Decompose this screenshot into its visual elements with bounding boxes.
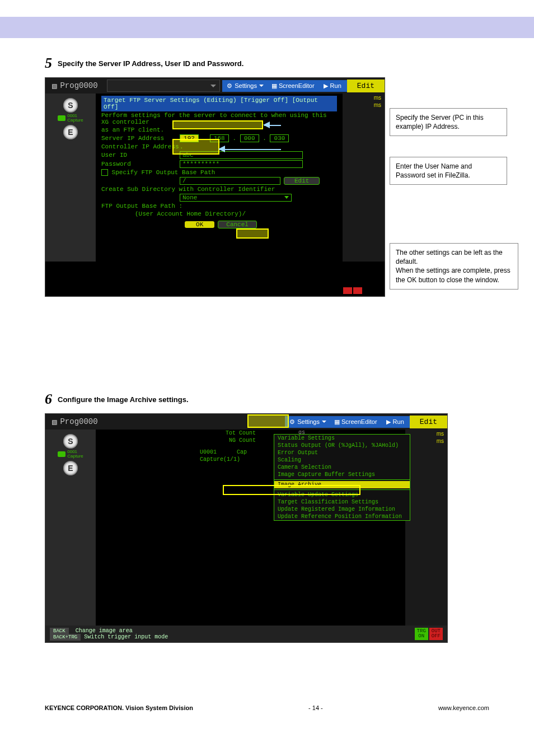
edit-path-button[interactable]: Edit — [284, 177, 320, 185]
callout-ip: Specify the Server (PC in this example) … — [390, 108, 507, 136]
footer-bar: BACK Change image area BACK+TRG Switch t… — [45, 626, 447, 642]
page-footer: KEYENCE CORPORATION. Vision System Divis… — [0, 671, 534, 722]
unit-label: U0001 — [200, 449, 217, 455]
edit-mode-button-2[interactable]: Edit — [410, 416, 447, 428]
highlight-ok — [236, 228, 269, 239]
menu-item[interactable]: Update Registered Image Information — [274, 506, 410, 513]
run-button-2[interactable]: ▶Run — [381, 416, 410, 428]
ctrl-ip-label: Controller IP Address — [101, 143, 180, 150]
settings-menu: Variable Settings Status Output (OR (%Jg… — [274, 434, 410, 521]
specify-base-checkbox[interactable] — [101, 169, 108, 176]
highlight-settings-btn — [247, 414, 289, 428]
status-bar — [45, 285, 385, 296]
callout-other: The other settings can be left as the de… — [390, 243, 518, 290]
right-column: ms ms — [343, 94, 385, 262]
sub-dir-select[interactable]: None — [180, 194, 292, 202]
ftp-settings-dialog: Target FTP Server Settings (Editing) [Tr… — [96, 94, 343, 234]
app-titlebar-2: ▧ Prog0000 ⚙Settings ▦ ScreenEditor ▶Run… — [45, 414, 447, 430]
sidebar-e-button[interactable]: E — [63, 125, 78, 139]
highlight-user-pw — [172, 139, 219, 155]
cancel-button[interactable]: Cancel — [218, 221, 257, 228]
tot-count-label: Tot Count — [200, 430, 256, 437]
screen-editor-button-2[interactable]: ▦ ScreenEditor — [331, 416, 381, 428]
trg-on-indicator: TRG ON — [415, 628, 428, 640]
ms-label-4: ms — [405, 437, 447, 444]
ms-label-1: ms — [343, 94, 385, 101]
footer-right: www.keyence.com — [438, 704, 489, 711]
sidebar-e-button-2[interactable]: E — [63, 461, 78, 475]
step-6-heading: 6 Configure the Image Archive settings. — [45, 391, 489, 408]
step-6-number: 6 — [45, 391, 52, 408]
password-input[interactable]: ********** — [180, 160, 303, 168]
settings-button[interactable]: ⚙Settings — [222, 80, 268, 92]
menu-item[interactable]: Error Output — [274, 449, 410, 456]
base-path-label: FTP Output Base Path : — [101, 202, 337, 210]
step-6-text: Configure the Image Archive settings. — [58, 395, 189, 404]
screen-editor-button[interactable]: ▦ ScreenEditor — [268, 80, 318, 92]
prog-selector[interactable]: ▧ Prog0000 — [45, 80, 105, 92]
sidebar-s-button[interactable]: S — [63, 98, 78, 113]
out-off-indicator: OUT OFF — [429, 628, 443, 640]
menu-item[interactable]: Update Reference Position Information — [274, 513, 410, 520]
run-button[interactable]: ▶Run — [318, 80, 347, 92]
specify-base-label: Specify FTP Output Base Path — [112, 169, 216, 176]
sidebar-2: S 0001Capture E — [45, 430, 96, 626]
prog-label: Prog0000 — [60, 81, 97, 90]
prog-label-2: Prog0000 — [60, 417, 97, 426]
save-icon: ▧ — [52, 81, 57, 91]
capture-label: Capture(1/1) — [200, 456, 256, 463]
right-column-2: ms ms — [405, 430, 447, 626]
step-5-heading: 5 Specify the Server IP Address, User ID… — [45, 55, 489, 72]
menu-item[interactable]: Image Capture Buffer Settings — [274, 471, 410, 478]
sidebar: S 0001Capture E — [45, 94, 96, 262]
camera-icon — [58, 451, 65, 457]
step-5-number: 5 — [45, 55, 52, 72]
sidebar-capture-2[interactable]: 0001Capture — [45, 450, 96, 459]
ip-octet-4[interactable]: 030 — [270, 134, 289, 142]
highlight-image-archive — [223, 485, 360, 495]
ng-count-label: NG Count — [200, 437, 256, 444]
sub-dir-label: Create Sub Directory with Controller Ide… — [101, 185, 337, 193]
menu-item[interactable]: Scaling — [274, 456, 410, 464]
screenshot-2-wrap: ▧ Prog0000 ⚙Settings ▦ ScreenEditor ▶Run… — [45, 413, 489, 643]
ok-button[interactable]: OK — [185, 221, 214, 228]
footer-left: KEYENCE CORPORATION. Vision System Divis… — [45, 704, 193, 711]
footer-page-number: - 14 - — [308, 704, 323, 711]
app-titlebar: ▧ Prog0000 ⚙Settings ▦ ScreenEditor ▶Run… — [45, 78, 385, 94]
ms-label-3: ms — [405, 430, 447, 437]
user-id-label: User ID — [101, 152, 180, 158]
ms-label-2: ms — [343, 101, 385, 108]
main-panel-2: Tot Count NG Count U0001 Cap Capture(1/1… — [96, 430, 405, 626]
prog-selector-2[interactable]: ▧ Prog0000 — [45, 416, 105, 428]
dialog-title: Target FTP Server Settings (Editing) [Tr… — [101, 96, 337, 111]
menu-item[interactable]: Variable Settings — [274, 435, 410, 442]
mid-dropdown[interactable] — [107, 80, 221, 92]
page-header-bar — [0, 17, 534, 38]
menu-item[interactable]: Target Classification Settings — [274, 498, 410, 506]
callout-user: Enter the User Name and Password set in … — [390, 157, 507, 185]
sidebar-capture[interactable]: 0001Capture — [45, 114, 96, 123]
edit-mode-button[interactable]: Edit — [347, 80, 385, 92]
back-trg-badge: BACK+TRG — [50, 634, 81, 641]
screenshot-1-wrap: ▧ Prog0000 ⚙Settings ▦ ScreenEditor ▶Run… — [45, 77, 489, 301]
camera-icon — [58, 115, 65, 121]
settings-button-2[interactable]: ⚙Settings — [285, 416, 331, 428]
step-5-text: Specify the Server IP Address, User ID a… — [58, 59, 243, 68]
save-icon: ▧ — [52, 417, 57, 427]
info-column: Tot Count NG Count U0001 Cap Capture(1/1… — [200, 430, 256, 463]
highlight-ip — [172, 120, 263, 129]
sidebar-s-button-2[interactable]: S — [63, 434, 78, 449]
main-panel: Target FTP Server Settings (Editing) [Tr… — [96, 94, 343, 262]
base-path-input[interactable]: / — [180, 177, 280, 185]
server-ip-label: Server IP Address — [101, 135, 180, 142]
base-path-value: (User Account Home Directory)/ — [101, 210, 337, 218]
password-label: Password — [101, 161, 180, 167]
ip-octet-3[interactable]: 000 — [240, 134, 259, 142]
menu-item[interactable]: Status Output (OR (%JgAll), %JAHold) — [274, 442, 410, 449]
menu-item[interactable]: Camera Selection — [274, 464, 410, 471]
